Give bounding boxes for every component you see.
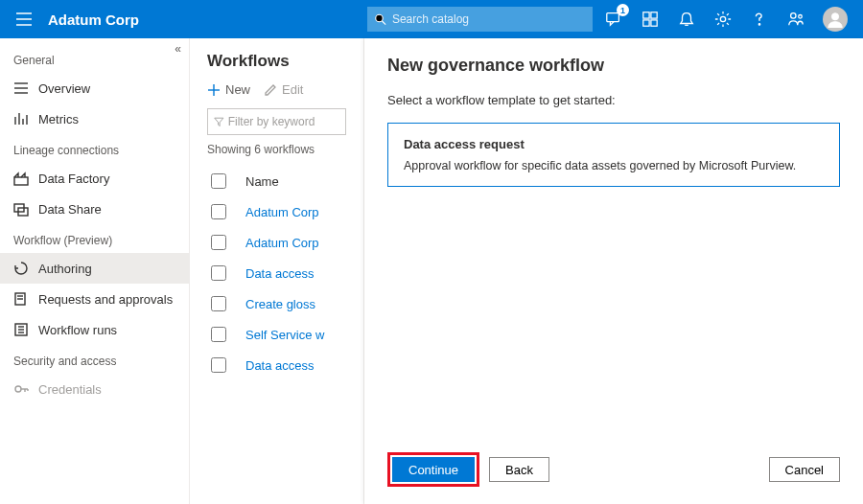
notifications-icon[interactable] xyxy=(677,10,696,29)
filter-input[interactable] xyxy=(228,115,339,128)
workflows-toolbar: New Edit xyxy=(207,82,346,97)
svg-point-33 xyxy=(15,386,21,392)
row-checkbox[interactable] xyxy=(211,204,226,219)
panel-title: New governance workflow xyxy=(387,56,840,76)
search-input[interactable] xyxy=(392,12,585,26)
svg-point-12 xyxy=(758,24,759,25)
svg-point-15 xyxy=(831,13,838,20)
sidebar-item-label: Data Factory xyxy=(38,172,109,186)
svg-rect-9 xyxy=(651,20,657,26)
svg-rect-7 xyxy=(651,12,657,18)
template-desc: Approval workflow for specific data asse… xyxy=(404,159,824,172)
sidebar-item-overview[interactable]: Overview xyxy=(0,73,189,103)
directory-icon[interactable] xyxy=(786,10,805,29)
row-checkbox[interactable] xyxy=(211,296,226,311)
top-bar: Adatum Corp 1 xyxy=(0,0,863,38)
top-icon-bar: 1 xyxy=(604,7,848,32)
column-name: Name xyxy=(245,174,279,189)
search-box[interactable] xyxy=(367,7,593,32)
sidebar-item-workflow-runs[interactable]: Workflow runs xyxy=(0,314,189,345)
table-row[interactable]: Adatum Corp xyxy=(207,227,346,258)
sidebar-group-general: General xyxy=(0,44,189,73)
row-checkbox[interactable] xyxy=(211,357,226,373)
svg-point-3 xyxy=(376,14,383,21)
row-link[interactable]: Data access xyxy=(245,358,315,373)
sidebar: « General Overview Metrics Lineage conne… xyxy=(0,38,190,504)
table-row[interactable]: Data access xyxy=(207,258,346,288)
sidebar-item-label: Workflow runs xyxy=(38,323,117,337)
avatar[interactable] xyxy=(823,7,848,32)
cancel-button[interactable]: Cancel xyxy=(769,457,840,482)
table-row[interactable]: Data access xyxy=(207,350,346,380)
workflows-title: Workflows xyxy=(207,52,346,71)
table-row[interactable]: Create gloss xyxy=(207,288,346,319)
new-workflow-panel: New governance workflow Select a workflo… xyxy=(364,38,863,504)
sidebar-item-credentials[interactable]: Credentials xyxy=(0,374,189,404)
continue-button[interactable]: Continue xyxy=(392,457,475,482)
table-row[interactable]: Adatum Corp xyxy=(207,196,346,227)
svg-rect-5 xyxy=(607,13,619,22)
help-icon[interactable] xyxy=(750,10,769,29)
svg-line-4 xyxy=(382,20,385,24)
row-link[interactable]: Data access xyxy=(245,266,315,281)
feedback-icon[interactable]: 1 xyxy=(604,10,623,29)
sidebar-group-workflow: Workflow (Preview) xyxy=(0,224,189,253)
svg-rect-8 xyxy=(643,20,649,26)
sidebar-group-lineage: Lineage connections xyxy=(0,134,189,163)
sidebar-item-label: Requests and approvals xyxy=(38,292,173,307)
sidebar-item-label: Authoring xyxy=(38,262,92,276)
row-checkbox[interactable] xyxy=(211,235,226,250)
sidebar-item-label: Data Share xyxy=(38,202,102,217)
brand-title: Adatum Corp xyxy=(48,11,139,28)
feedback-badge: 1 xyxy=(617,4,629,16)
showing-count: Showing 6 workflows xyxy=(207,143,346,156)
row-link[interactable]: Adatum Corp xyxy=(245,205,319,219)
template-title: Data access request xyxy=(404,137,824,151)
continue-highlight: Continue xyxy=(387,452,479,487)
row-checkbox[interactable] xyxy=(211,327,226,342)
sidebar-item-data-factory[interactable]: Data Factory xyxy=(0,163,189,194)
back-button[interactable]: Back xyxy=(489,457,549,482)
table-header: Name xyxy=(207,166,346,196)
template-card-data-access[interactable]: Data access request Approval workflow fo… xyxy=(387,123,840,187)
svg-point-11 xyxy=(720,16,725,21)
table-row[interactable]: Self Service w xyxy=(207,319,346,350)
sidebar-item-data-share[interactable]: Data Share xyxy=(0,194,189,224)
edit-workflow-button[interactable]: Edit xyxy=(264,82,303,97)
sidebar-item-label: Overview xyxy=(38,81,90,96)
sidebar-item-metrics[interactable]: Metrics xyxy=(0,103,189,134)
panel-hint: Select a workflow template to get starte… xyxy=(387,93,840,107)
svg-point-13 xyxy=(791,13,796,18)
row-link[interactable]: Self Service w xyxy=(245,328,324,342)
sidebar-item-requests[interactable]: Requests and approvals xyxy=(0,284,189,314)
panel-footer: Continue Back Cancel xyxy=(387,441,840,487)
sidebar-item-label: Credentials xyxy=(38,382,102,397)
filter-box[interactable] xyxy=(207,108,346,135)
svg-rect-23 xyxy=(14,177,28,185)
sidebar-item-label: Metrics xyxy=(38,112,79,126)
svg-rect-6 xyxy=(643,12,649,18)
collapse-toggle[interactable]: « xyxy=(175,42,181,56)
sidebar-group-security: Security and access xyxy=(0,345,189,374)
collections-icon[interactable] xyxy=(641,10,660,29)
sidebar-item-authoring[interactable]: Authoring xyxy=(0,253,189,284)
new-workflow-button[interactable]: New xyxy=(207,82,250,97)
row-checkbox[interactable] xyxy=(211,265,226,281)
row-link[interactable]: Adatum Corp xyxy=(245,236,319,250)
hamburger-icon[interactable] xyxy=(10,12,38,26)
svg-point-14 xyxy=(799,15,803,19)
row-link[interactable]: Create gloss xyxy=(245,297,315,311)
settings-icon[interactable] xyxy=(713,10,733,29)
select-all-checkbox[interactable] xyxy=(211,173,226,189)
workflows-pane: Workflows New Edit Showing 6 workflows N… xyxy=(190,38,364,504)
